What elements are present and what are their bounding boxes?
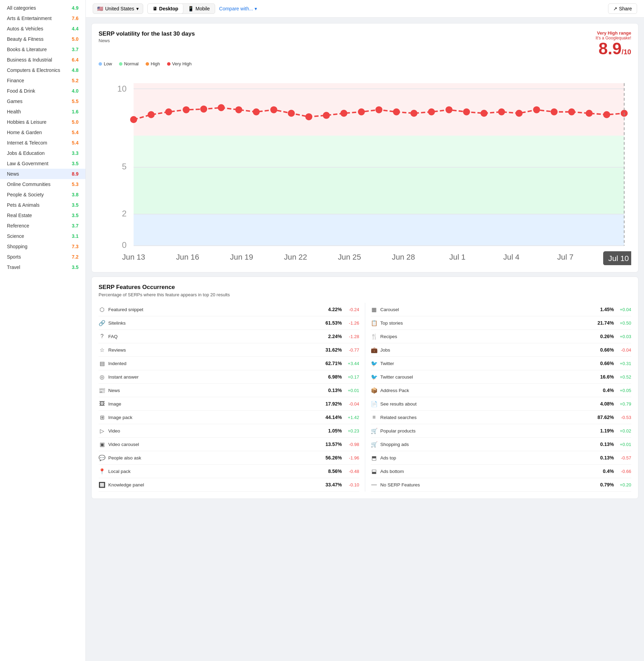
feature-icon: 🐦: [371, 373, 378, 380]
sidebar-item[interactable]: Finance 5.2: [0, 75, 85, 86]
svg-point-24: [393, 108, 400, 115]
feature-icon: 🛒: [371, 441, 378, 448]
sidebar-item[interactable]: News 8.9: [0, 169, 85, 179]
feature-change: +3.44: [345, 361, 359, 366]
country-selector[interactable]: 🇺🇸 United States ▾: [93, 3, 143, 14]
sidebar-item[interactable]: Computers & Electronics 4.8: [0, 65, 85, 75]
feature-icon: ◎: [99, 373, 105, 380]
sidebar-item[interactable]: Food & Drink 4.0: [0, 86, 85, 96]
feature-pct: 0.26%: [596, 334, 614, 339]
feature-change: -0.04: [617, 347, 631, 353]
mobile-btn[interactable]: 📱 Mobile: [183, 4, 214, 13]
sidebar-item[interactable]: Books & Literature 3.7: [0, 44, 85, 55]
sidebar-item[interactable]: Autos & Vehicles 4.4: [0, 24, 85, 34]
svg-text:Jun 25: Jun 25: [338, 253, 361, 261]
feature-change: -0.98: [345, 442, 359, 447]
sidebar-item[interactable]: Home & Garden 5.4: [0, 127, 85, 138]
feature-icon: 📦: [371, 387, 378, 394]
chart-container: 10 5 2 0: [99, 69, 631, 265]
sidebar-item[interactable]: Jobs & Education 3.3: [0, 148, 85, 158]
category-score: 5.2: [72, 78, 79, 83]
sidebar-item[interactable]: Sports 7.2: [0, 252, 85, 262]
sidebar-item[interactable]: Business & Industrial 6.4: [0, 55, 85, 65]
svg-point-19: [305, 113, 312, 120]
sidebar-item[interactable]: Shopping 7.3: [0, 241, 85, 252]
category-name: News: [7, 171, 19, 177]
feature-name: Image pack: [108, 415, 321, 420]
feature-pct: 17.92%: [324, 401, 342, 407]
svg-point-13: [200, 105, 207, 112]
feature-name: Local pack: [108, 469, 321, 474]
feature-row: 💬 People also ask 56.26% -1.96: [99, 451, 359, 465]
features-title: SERP Features Occurrence: [99, 284, 631, 291]
feature-change: +0.04: [617, 307, 631, 312]
feature-change: -0.48: [345, 469, 359, 474]
svg-point-36: [603, 111, 610, 118]
sidebar-item[interactable]: Beauty & Fitness 5.0: [0, 34, 85, 44]
svg-point-15: [235, 106, 242, 113]
sidebar-item[interactable]: All categories 4.9: [0, 3, 85, 13]
features-subtitle: Percentage of SERPs where this feature a…: [99, 292, 631, 297]
features-columns: ⬡ Featured snippet 4.22% -0.24 🔗 Sitelin…: [99, 303, 631, 492]
svg-text:10: 10: [117, 84, 127, 93]
svg-text:Jun 13: Jun 13: [122, 253, 145, 261]
feature-row: 📦 Address Pack 0.4% +0.05: [371, 384, 632, 397]
feature-name: FAQ: [108, 334, 321, 339]
sidebar-item[interactable]: Internet & Telecom 5.4: [0, 138, 85, 148]
feature-row: 🐦 Twitter carousel 16.6% +0.52: [371, 370, 632, 384]
sidebar-item[interactable]: Health 1.6: [0, 106, 85, 117]
dropdown-icon: ▾: [136, 6, 139, 11]
legend-very-high-dot: [167, 62, 171, 66]
feature-icon: 💬: [99, 454, 105, 461]
feature-change: +0.03: [617, 334, 631, 339]
sidebar-item[interactable]: People & Society 3.8: [0, 189, 85, 200]
chart-subtitle: News: [99, 38, 195, 43]
category-name: All categories: [7, 5, 36, 11]
legend-normal-dot: [119, 62, 122, 66]
svg-text:Jun 19: Jun 19: [230, 253, 253, 261]
svg-text:Jun 22: Jun 22: [284, 253, 307, 261]
category-score: 3.5: [72, 202, 79, 208]
sidebar-item[interactable]: Online Communities 5.3: [0, 179, 85, 189]
features-right-col: ▦ Carousel 1.45% +0.04 📋 Top stories 21.…: [371, 303, 632, 492]
feature-change: -0.77: [345, 347, 359, 353]
feature-icon: ≡: [371, 414, 378, 421]
feature-row: ≡ Related searches 87.62% -0.53: [371, 411, 632, 424]
svg-point-23: [375, 106, 382, 113]
feature-pct: 13.57%: [324, 441, 342, 447]
feature-row: ⬡ Featured snippet 4.22% -0.24: [99, 303, 359, 316]
header: 🇺🇸 United States ▾ 🖥 Desktop 📱 Mobile Co…: [86, 0, 644, 18]
sidebar-item[interactable]: Games 5.5: [0, 96, 85, 106]
sidebar-item[interactable]: Science 3.1: [0, 231, 85, 241]
feature-change: +0.17: [345, 374, 359, 380]
feature-change: +0.79: [617, 401, 631, 407]
category-score: 3.5: [72, 264, 79, 270]
volatility-score: 8.9: [598, 39, 622, 58]
sidebar-item[interactable]: Law & Government 3.5: [0, 158, 85, 169]
feature-name: Twitter carousel: [380, 374, 594, 380]
desktop-btn[interactable]: 🖥 Desktop: [148, 4, 183, 13]
feature-row: 🔗 Sitelinks 61.53% -1.26: [99, 316, 359, 330]
feature-row: ◎ Instant answer 6.98% +0.17: [99, 370, 359, 384]
sidebar-item[interactable]: Travel 3.5: [0, 262, 85, 272]
share-button[interactable]: ↗ Share: [608, 3, 637, 14]
chart-card: SERP volatility for the last 30 days New…: [91, 23, 638, 272]
sidebar-item[interactable]: Reference 3.7: [0, 221, 85, 231]
svg-point-25: [411, 110, 417, 117]
sidebar-item[interactable]: Arts & Entertainment 7.6: [0, 13, 85, 24]
category-name: Home & Garden: [7, 130, 42, 135]
svg-point-18: [288, 110, 295, 117]
feature-pct: 1.45%: [596, 307, 614, 312]
category-score: 6.4: [72, 57, 79, 63]
features-left-col: ⬡ Featured snippet 4.22% -0.24 🔗 Sitelin…: [99, 303, 359, 492]
sidebar-item[interactable]: Hobbies & Leisure 5.0: [0, 117, 85, 127]
sidebar-item[interactable]: Pets & Animals 3.5: [0, 200, 85, 210]
feature-pct: 0.79%: [596, 482, 614, 487]
feature-name: Video carousel: [108, 442, 321, 447]
feature-pct: 16.6%: [596, 374, 614, 380]
sidebar-item[interactable]: Real Estate 3.5: [0, 210, 85, 221]
feature-icon: 🔗: [99, 319, 105, 326]
compare-button[interactable]: Compare with... ▾: [219, 6, 257, 11]
category-name: Autos & Vehicles: [7, 26, 43, 31]
device-toggle: 🖥 Desktop 📱 Mobile: [147, 3, 215, 14]
